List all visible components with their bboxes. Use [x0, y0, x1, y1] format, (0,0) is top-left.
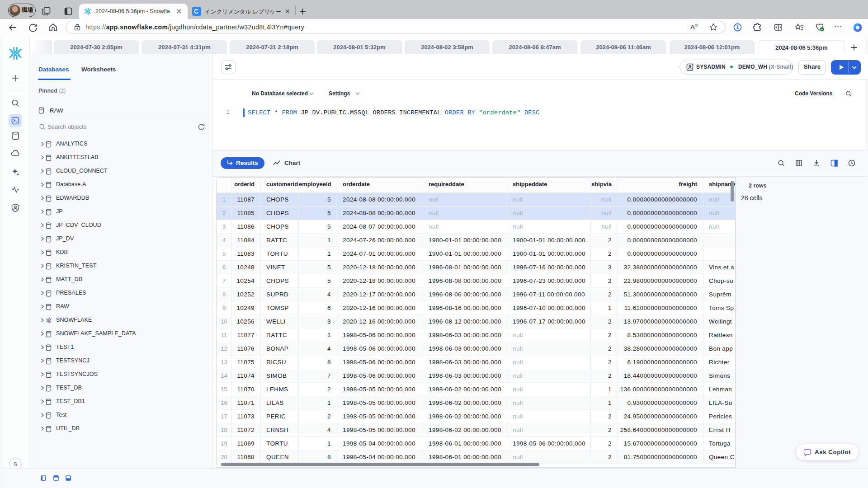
svg-text:1: 1 — [736, 24, 739, 30]
